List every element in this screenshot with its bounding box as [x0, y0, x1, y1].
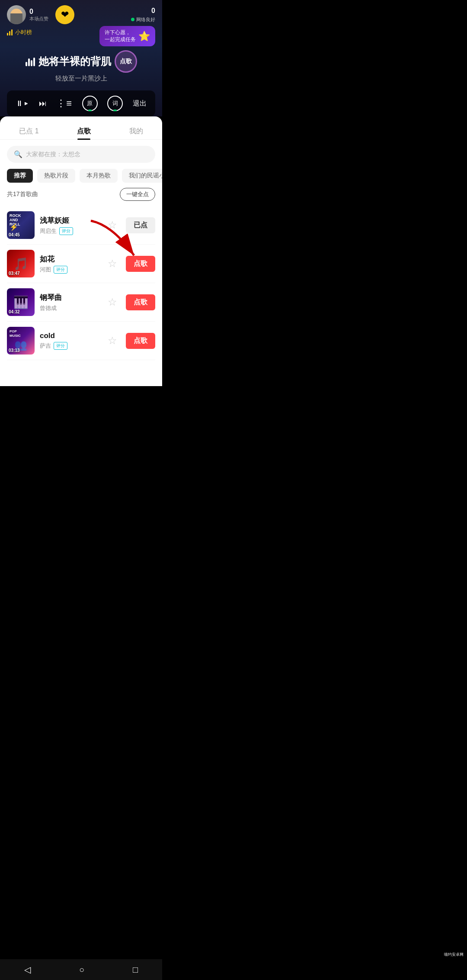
music-bars-icon	[26, 57, 35, 66]
rating-badge-2: 评分	[54, 266, 67, 274]
song-subtitle: 轻放至一片黑沙上	[14, 74, 148, 83]
chip-monthly[interactable]: 本月热歌	[80, 169, 118, 183]
chip-monthly-label: 本月热歌	[86, 172, 111, 179]
pause-icon: ⏸▶	[16, 99, 29, 108]
song-info-2: 如花 河图 评分	[40, 254, 99, 274]
song-count: 共17首歌曲	[7, 190, 38, 198]
bar-chart-icon	[7, 29, 13, 35]
song-title-row: 她将半裸的背肌 点歌	[14, 50, 148, 73]
pop-music-text: POPMUSIC	[10, 329, 21, 338]
song-info-1: 浅草妖姬 周启生 评分	[40, 216, 99, 235]
song-thumb-4: POPMUSIC 👥 03:13	[7, 327, 35, 355]
favorite-button-4[interactable]: ☆	[104, 335, 121, 347]
song-name-1: 浅草妖姬	[40, 216, 99, 226]
song-thumb-3: 🎹 04:32	[7, 288, 35, 316]
pause-button[interactable]: ⏸▶	[16, 99, 29, 108]
song-duration-2: 03:47	[9, 271, 20, 276]
song-duration-4: 03:13	[9, 348, 20, 353]
network-status: 网络良好	[131, 16, 155, 23]
chip-hot-clips-label: 热歌片段	[44, 172, 68, 179]
song-list: ROCKANDROLL ⚡ 04:45 浅草妖姬 周启生 评分 ☆ 已点 🎵	[0, 206, 162, 360]
player-controls: ⏸▶ ⏭ ⋮≡ 原 词 退出	[7, 90, 155, 116]
rating-badge-1: 评分	[59, 227, 73, 235]
song-artist-row-4: 萨吉 评分	[40, 342, 99, 350]
tab-queued[interactable]: 已点 1	[10, 123, 47, 139]
mission-banner[interactable]: 许下心愿， 一起完成任务 ⭐	[99, 26, 155, 46]
original-active-dot	[88, 110, 92, 111]
order-button-4[interactable]: 点歌	[126, 333, 155, 349]
chip-recommend[interactable]: 推荐	[7, 169, 33, 183]
order-button-2[interactable]: 点歌	[126, 256, 155, 272]
main-content: 已点 1 点歌 我的 🔍 大家都在搜：太想念 推荐 热歌片段 本月热歌	[0, 116, 162, 386]
song-meta: 共17首歌曲 一键全点	[0, 188, 162, 201]
avatar	[7, 5, 26, 24]
all-select-button[interactable]: 一键全点	[120, 188, 155, 201]
tab-mine-label: 我的	[129, 127, 143, 135]
song-artist-4: 萨吉	[40, 342, 51, 350]
mission-text: 许下心愿， 一起完成任务	[105, 29, 136, 43]
heart-button[interactable]: ❤	[55, 5, 74, 24]
likes-number: 0	[29, 8, 33, 16]
category-chips: 推荐 热歌片段 本月热歌 我们的民谣小	[0, 169, 162, 183]
chip-folk-label: 我们的民谣小	[129, 172, 162, 179]
song-item-1: ROCKANDROLL ⚡ 04:45 浅草妖姬 周启生 评分 ☆ 已点	[7, 206, 155, 245]
song-name-4: cold	[40, 332, 99, 340]
lyrics-button[interactable]: 词	[107, 96, 123, 111]
network-label: 网络良好	[136, 16, 155, 23]
tab-order[interactable]: 点歌	[68, 123, 99, 139]
player-area: 0 本场点赞 ❤ 0 网络良好 小时榜	[0, 0, 162, 116]
song-artist-1: 周启生	[40, 227, 57, 235]
song-name-2: 如花	[40, 254, 99, 264]
status-bar: 0 本场点赞 ❤ 0 网络良好	[7, 5, 155, 24]
favorite-button-3[interactable]: ☆	[104, 296, 121, 308]
tab-order-label: 点歌	[77, 127, 91, 135]
right-status: 0 网络良好	[131, 7, 155, 23]
song-name-3: 钢琴曲	[40, 293, 99, 303]
search-placeholder: 大家都在搜：太想念	[26, 151, 80, 158]
exit-label: 退出	[133, 100, 147, 107]
lyrics-active-dot	[113, 110, 117, 111]
song-item-2: 🎵 03:47 如花 河图 评分 ☆ 点歌	[7, 245, 155, 283]
original-button[interactable]: 原	[82, 96, 98, 111]
search-bar[interactable]: 🔍 大家都在搜：太想念	[7, 146, 155, 163]
song-info-4: cold 萨吉 评分	[40, 332, 99, 350]
all-select-label: 一键全点	[126, 191, 149, 197]
tab-mine[interactable]: 我的	[121, 123, 152, 139]
exit-button[interactable]: 退出	[133, 99, 147, 108]
next-icon: ⏭	[39, 99, 47, 108]
song-title: 她将半裸的背肌	[38, 55, 111, 68]
order-button-1[interactable]: 已点	[126, 217, 155, 233]
song-thumb-1: ROCKANDROLL ⚡ 04:45	[7, 211, 35, 239]
tab-queued-label: 已点 1	[19, 127, 38, 135]
song-item-3: 🎹 04:32 钢琴曲 曾德成 ☆ 点歌	[7, 283, 155, 322]
favorite-button-1[interactable]: ☆	[104, 219, 121, 231]
hour-rank-label: 小时榜	[15, 29, 32, 36]
favorite-button-2[interactable]: ☆	[104, 258, 121, 270]
song-artist-3: 曾德成	[40, 304, 57, 312]
chip-folk[interactable]: 我们的民谣小	[122, 169, 162, 183]
chip-recommend-label: 推荐	[14, 172, 26, 179]
chip-hot-clips[interactable]: 热歌片段	[37, 169, 75, 183]
star-icon: ⭐	[138, 31, 150, 42]
online-count: 0	[151, 7, 155, 15]
next-button[interactable]: ⏭	[39, 99, 47, 108]
song-area: 她将半裸的背肌 点歌 轻放至一片黑沙上	[7, 42, 155, 87]
rating-badge-4: 评分	[54, 342, 67, 350]
song-duration-1: 04:45	[9, 232, 20, 237]
mission-line1: 许下心愿，	[105, 29, 136, 36]
song-info-3: 钢琴曲 曾德成	[40, 293, 99, 312]
lyrics-label: 词	[112, 100, 118, 107]
song-order-button[interactable]: 点歌	[115, 50, 137, 73]
song-artist-2: 河图	[40, 266, 51, 274]
network-dot	[131, 18, 134, 21]
song-artist-row-1: 周启生 评分	[40, 227, 99, 235]
likes-count: 0 本场点赞	[29, 8, 48, 22]
order-button-3[interactable]: 点歌	[126, 294, 155, 310]
song-duration-3: 04:32	[9, 309, 20, 314]
user-info: 0 本场点赞 ❤	[7, 5, 74, 24]
eq-icon: ⋮≡	[56, 98, 72, 109]
mission-line2: 一起完成任务	[105, 36, 136, 43]
song-artist-row-3: 曾德成	[40, 304, 99, 312]
search-icon: 🔍	[14, 150, 22, 158]
eq-button[interactable]: ⋮≡	[56, 98, 72, 109]
